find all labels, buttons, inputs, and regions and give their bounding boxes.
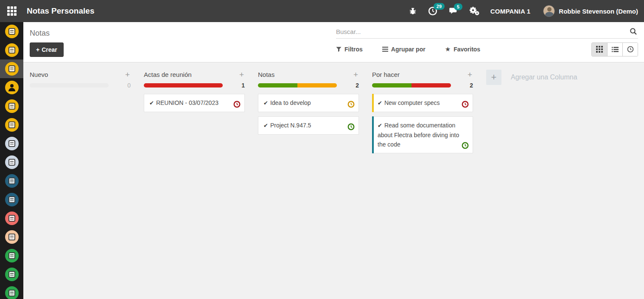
activity-clock-icon[interactable] xyxy=(347,123,355,130)
column-progressbar[interactable] xyxy=(258,83,337,87)
search-icon[interactable] xyxy=(630,28,637,35)
kanban-card[interactable]: ✔Idea to develop xyxy=(258,94,359,112)
add-card-icon[interactable]: + xyxy=(467,71,473,79)
card-title: Idea to develop xyxy=(270,99,311,106)
user-menu[interactable]: Robbie Stevenson (Demo) xyxy=(543,5,638,17)
apps-menu-button[interactable] xyxy=(0,0,23,22)
column-title[interactable]: Notas xyxy=(258,71,274,78)
add-card-icon[interactable]: + xyxy=(353,71,359,79)
check-icon: ✔ xyxy=(378,122,382,129)
appliances-app-icon xyxy=(5,286,19,299)
add-card-icon[interactable]: + xyxy=(124,71,131,79)
notes-app-icon xyxy=(5,62,19,76)
sidebar-app-contacts[interactable] xyxy=(0,22,23,41)
search-bar[interactable] xyxy=(336,22,638,39)
activity-view-button[interactable] xyxy=(622,43,638,56)
check-icon: ✔ xyxy=(263,100,268,106)
kanban-column-actas: Actas de reunión + 1 ✔REUNION - 03/07/20… xyxy=(144,68,245,116)
column-progressbar[interactable] xyxy=(372,83,451,87)
calendar-app-icon xyxy=(5,43,19,57)
employees-app-icon xyxy=(5,268,19,281)
kanban-column-nuevo: Nuevo + 0 xyxy=(30,68,131,94)
column-title[interactable]: Actas de reunión xyxy=(144,71,192,78)
filters-button[interactable]: Filtros xyxy=(336,46,363,53)
sidebar-app-appliances[interactable] xyxy=(0,284,23,299)
column-title[interactable]: Nuevo xyxy=(30,71,48,78)
sidebar-app-crm[interactable] xyxy=(0,246,23,265)
sidebar-app-calendar[interactable] xyxy=(0,41,23,59)
list-view-icon xyxy=(612,47,619,52)
plus-icon: + xyxy=(36,46,39,53)
column-title[interactable]: Por hacer xyxy=(372,71,400,78)
activity-clock-icon[interactable] xyxy=(347,101,355,108)
sidebar-app-lunch[interactable] xyxy=(0,209,23,228)
sidebar-app-events[interactable] xyxy=(0,190,23,209)
lunch-app-icon xyxy=(5,212,19,225)
add-column-label: Agregar una Columna xyxy=(511,73,577,81)
control-panel: Notas +Crear Filtros xyxy=(23,22,644,62)
group-by-button[interactable]: Agrupar por xyxy=(382,46,426,53)
sidebar-app-switchboard[interactable] xyxy=(0,228,23,246)
card-color-tag xyxy=(372,116,374,153)
check-icon: ✔ xyxy=(149,100,154,106)
kanban-card[interactable]: ✔Project N.947.5 xyxy=(258,116,359,135)
kanban-card[interactable]: ✔REUNION - 03/07/2023 xyxy=(144,94,245,112)
add-card-icon[interactable]: + xyxy=(238,71,245,79)
activities-button[interactable]: 29 xyxy=(428,6,437,16)
create-button[interactable]: +Crear xyxy=(30,42,64,57)
activity-clock-icon[interactable] xyxy=(462,101,469,108)
apps-sidebar xyxy=(0,22,23,299)
check-icon: ✔ xyxy=(378,100,382,106)
gears-icon xyxy=(469,7,479,16)
debug-button[interactable] xyxy=(409,7,417,15)
messages-button[interactable]: 5 xyxy=(448,7,458,15)
add-column[interactable]: + Agregar una Columna xyxy=(486,70,577,85)
card-title: Read some documentation about Flectra be… xyxy=(378,122,459,148)
breadcrumb[interactable]: Notas xyxy=(30,29,50,37)
column-progressbar[interactable] xyxy=(30,83,109,87)
favorites-button[interactable]: ★ Favoritos xyxy=(445,45,480,53)
activities-count-badge: 29 xyxy=(434,3,445,10)
check-icon: ✔ xyxy=(263,122,268,129)
card-title: Project N.947.5 xyxy=(270,122,311,129)
activity-clock-icon[interactable] xyxy=(462,142,469,149)
kanban-board: Nuevo + 0 Actas de reunión + 1 xyxy=(23,62,644,158)
sidebar-app-library[interactable] xyxy=(0,134,23,153)
sidebar-app-elearning[interactable] xyxy=(0,172,23,190)
add-column-button[interactable]: + xyxy=(486,70,501,85)
switchboard-app-icon xyxy=(5,230,19,244)
list-view-button[interactable] xyxy=(607,43,622,56)
kanban-card[interactable]: ✔Read some documentation about Flectra b… xyxy=(372,116,473,153)
sidebar-app-delivery[interactable] xyxy=(0,153,23,172)
kanban-card[interactable]: ✔New computer specs xyxy=(372,94,473,112)
group-by-bars-icon xyxy=(382,47,388,52)
user-name: Robbie Stevenson (Demo) xyxy=(559,8,638,15)
sidebar-app-profile[interactable] xyxy=(0,78,23,97)
crm-app-icon xyxy=(5,249,19,262)
sidebar-app-presentation[interactable] xyxy=(0,97,23,116)
company-switcher[interactable]: COMPANIA 1 xyxy=(490,8,531,15)
sms-app-icon xyxy=(5,118,19,132)
library-app-icon xyxy=(5,137,19,150)
kanban-column-notas: Notas + 2 ✔Idea to develop ✔Projec xyxy=(258,68,359,139)
activity-clock-icon[interactable] xyxy=(233,101,241,108)
card-title: New computer specs xyxy=(384,99,440,106)
view-switcher xyxy=(591,42,638,56)
filter-funnel-icon xyxy=(336,47,342,52)
profile-app-icon xyxy=(5,81,19,94)
column-count: 1 xyxy=(228,82,245,89)
kanban-view-button[interactable] xyxy=(592,43,607,56)
kanban-view-icon xyxy=(596,46,603,53)
sidebar-app-employees[interactable] xyxy=(0,265,23,284)
column-count: 0 xyxy=(114,82,131,89)
sidebar-app-notes[interactable] xyxy=(0,59,23,78)
column-progressbar[interactable] xyxy=(144,83,223,87)
column-count: 2 xyxy=(456,82,473,89)
delivery-app-icon xyxy=(5,155,19,169)
star-icon: ★ xyxy=(445,45,451,53)
column-count: 2 xyxy=(342,82,359,89)
settings-button[interactable] xyxy=(469,7,479,16)
sidebar-app-sms[interactable] xyxy=(0,116,23,134)
search-input[interactable] xyxy=(336,28,630,35)
card-color-tag xyxy=(372,94,374,112)
